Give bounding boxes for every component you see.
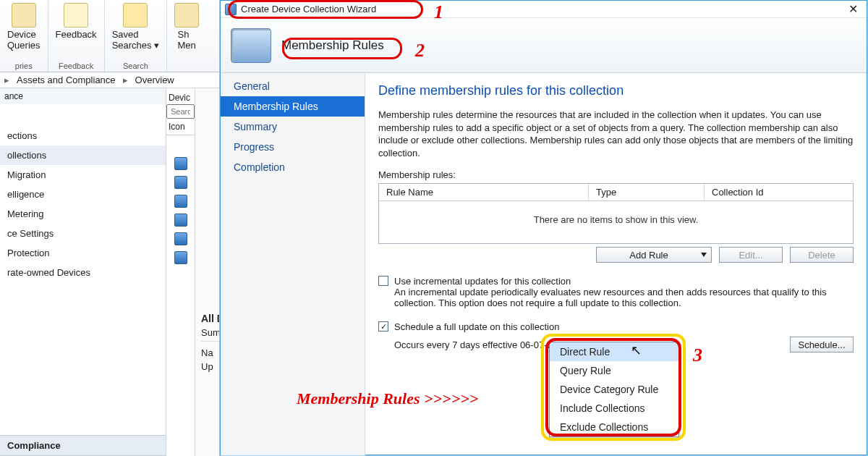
- rules-grid[interactable]: Rule Name Type Collection Id There are n…: [378, 183, 854, 244]
- ribbon-group-members: ShMen: [167, 0, 206, 72]
- menu-direct-rule[interactable]: Direct Rule: [550, 342, 678, 361]
- annotation-num-1: 1: [434, 1, 443, 23]
- grid-header: Rule Name Type Collection Id: [379, 184, 853, 201]
- incremental-checkbox[interactable]: [378, 276, 388, 286]
- fullupdate-checkbox[interactable]: ✓: [378, 321, 388, 332]
- menu-include-collections[interactable]: Include Collections: [550, 399, 678, 418]
- fullupdate-label: Schedule a full update on this collectio…: [394, 321, 559, 332]
- annotation-text: Membership Rules >>>>>>: [297, 389, 478, 408]
- icon-grid: [166, 135, 195, 264]
- menu-query-rule[interactable]: Query Rule: [550, 361, 678, 380]
- collection-icon[interactable]: [174, 157, 187, 170]
- close-button[interactable]: ✕: [844, 2, 862, 16]
- list-column: Devic Icon: [166, 88, 195, 456]
- pane-description: Membership rules determine the resources…: [378, 109, 854, 159]
- list-header: Devic: [166, 91, 195, 104]
- ribbon-group-label: Feedback: [59, 62, 93, 70]
- annotation-num-2: 2: [415, 40, 425, 62]
- nav-category[interactable]: Compliance: [0, 435, 166, 456]
- nav-item[interactable]: ections: [0, 126, 166, 145]
- wizard-header: Membership Rules: [221, 18, 867, 73]
- delete-button[interactable]: Delete: [790, 247, 854, 263]
- nav-item[interactable]: elligence: [0, 185, 166, 204]
- nav-item[interactable]: rate-owned Devices: [0, 263, 166, 282]
- ribbon-group-search: SavedSearches ▾ Search: [105, 0, 168, 72]
- nav-sidebar: ance ections ollections Migration ellige…: [0, 88, 166, 456]
- ribbon-group-feedback: Feedback Feedback: [48, 0, 105, 72]
- col-type[interactable]: Type: [589, 184, 705, 200]
- bc-sep-icon: ▸: [4, 75, 9, 85]
- queries-icon: [12, 3, 36, 28]
- breadcrumb-item[interactable]: Overview: [135, 75, 174, 85]
- nav-item[interactable]: ce Settings: [0, 224, 166, 243]
- titlebar: Create Device Collection Wizard ✕: [221, 1, 867, 18]
- grid-buttons: Add Rule Edit... Delete: [378, 247, 854, 263]
- nav-list: ections ollections Migration elligence M…: [0, 126, 166, 435]
- col-rule-name[interactable]: Rule Name: [379, 184, 589, 200]
- add-rule-label: Add Rule: [629, 250, 668, 261]
- collection-icon[interactable]: [174, 176, 187, 189]
- ribbon-btn-saved-searches[interactable]: SavedSearches ▾: [112, 3, 160, 51]
- wizard-subtitle: Membership Rules: [281, 38, 384, 53]
- wizard-dialog: Create Device Collection Wizard ✕ Member…: [220, 0, 867, 455]
- ribbon-group-label: [186, 62, 188, 70]
- wizard-icon: [225, 4, 237, 15]
- annotation-num-3: 3: [693, 345, 702, 366]
- collection-icon[interactable]: [174, 214, 187, 227]
- nav-item[interactable]: Metering: [0, 204, 166, 224]
- icon-col-header: Icon: [166, 119, 195, 135]
- schedule-button[interactable]: Schedule...: [790, 337, 854, 352]
- step-general[interactable]: General: [221, 76, 365, 96]
- ribbon-group-label: pries: [15, 62, 33, 70]
- search-input[interactable]: [166, 104, 195, 119]
- menu-exclude-collections[interactable]: Exclude Collections: [550, 418, 678, 436]
- step-summary[interactable]: Summary: [221, 117, 365, 137]
- ribbon-group-queries: DeviceQueries pries: [0, 0, 48, 72]
- ribbon-btn-feedback[interactable]: Feedback: [56, 3, 97, 40]
- feedback-icon: [64, 3, 88, 28]
- nav-header: ance: [0, 88, 166, 104]
- fullupdate-row: ✓ Schedule a full update on this collect…: [378, 321, 854, 332]
- computer-icon: [231, 28, 271, 63]
- nav-item[interactable]: Protection: [0, 243, 166, 263]
- dropdown-icon: [701, 253, 707, 257]
- nav-item[interactable]: ollections: [0, 145, 166, 165]
- incremental-desc: An incremental update periodically evalu…: [394, 287, 854, 308]
- incremental-label: Use incremental updates for this collect…: [394, 276, 571, 287]
- incremental-row: Use incremental updates for this collect…: [378, 276, 854, 287]
- edit-button[interactable]: Edit...: [719, 247, 783, 263]
- search-icon: [123, 3, 148, 28]
- add-rule-button[interactable]: Add Rule: [596, 247, 712, 263]
- ribbon-btn-label: Feedback: [56, 29, 97, 40]
- pane-heading: Define membership rules for this collect…: [378, 83, 854, 98]
- ribbon-group-label: Search: [123, 62, 148, 70]
- members-icon: [174, 3, 199, 28]
- col-collection-id[interactable]: Collection Id: [705, 184, 853, 200]
- nav-item[interactable]: Migration: [0, 165, 166, 185]
- breadcrumb-item[interactable]: Assets and Compliance: [17, 75, 116, 85]
- add-rule-menu: Direct Rule Query Rule Device Category R…: [549, 342, 679, 437]
- step-completion[interactable]: Completion: [221, 157, 365, 177]
- bc-sep-icon: ▸: [123, 75, 128, 85]
- grid-label: Membership rules:: [378, 169, 854, 180]
- step-membership-rules[interactable]: Membership Rules: [221, 96, 365, 117]
- wizard-title: Create Device Collection Wizard: [241, 4, 376, 14]
- collection-icon[interactable]: [174, 195, 187, 208]
- ribbon-btn-show-members[interactable]: ShMen: [174, 3, 199, 51]
- grid-empty: There are no items to show in this view.: [379, 201, 853, 238]
- collection-icon[interactable]: [174, 232, 187, 245]
- menu-device-category-rule[interactable]: Device Category Rule: [550, 380, 678, 399]
- collection-icon[interactable]: [174, 251, 187, 264]
- ribbon-btn-device-queries[interactable]: DeviceQueries: [7, 3, 41, 51]
- step-progress[interactable]: Progress: [221, 137, 365, 157]
